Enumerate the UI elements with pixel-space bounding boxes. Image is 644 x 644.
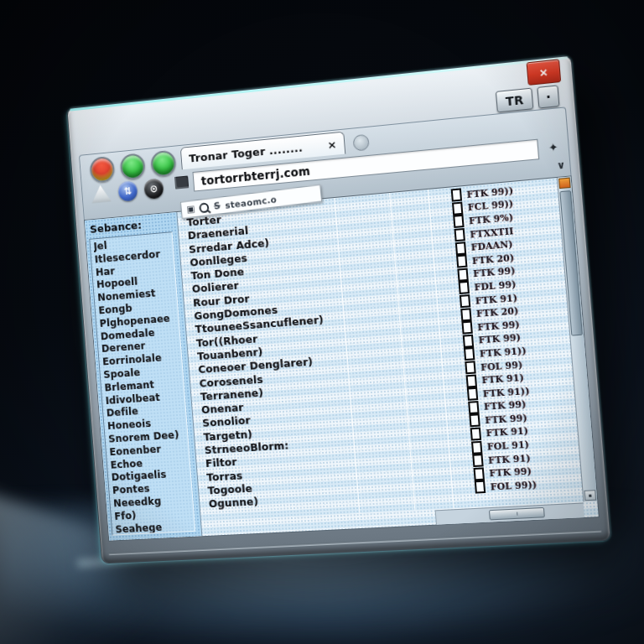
horizontal-scrollbar[interactable] <box>435 502 584 524</box>
flag-label: FTK 91) <box>486 426 528 439</box>
checkbox[interactable] <box>461 321 472 335</box>
findbar-s-glyph: S <box>213 200 221 212</box>
results-list: Torter Draenerial Srredar Adce) Oonllege… <box>178 190 450 521</box>
chevron-down-icon[interactable]: ∨ <box>556 158 565 171</box>
address-url: tortorrbterrj.com <box>200 164 310 187</box>
flag-label: FOL 99)) <box>490 479 537 491</box>
checkbox[interactable] <box>464 347 475 361</box>
flag-label: FTK 99) <box>485 413 527 425</box>
tab-close-icon[interactable]: × <box>327 138 337 151</box>
scroll-up-button[interactable] <box>558 178 571 190</box>
home-triangle-icon[interactable] <box>90 184 112 205</box>
checkbox[interactable] <box>460 308 471 321</box>
new-tab-button[interactable] <box>352 134 369 152</box>
checkbox[interactable] <box>454 228 465 242</box>
traffic-light-green-icon[interactable] <box>120 153 146 180</box>
checkbox[interactable] <box>470 428 481 441</box>
flag-label: FTK 99) <box>477 319 520 332</box>
flag-label: FTK 20) <box>476 305 519 319</box>
checkbox[interactable] <box>457 267 468 281</box>
flag-label: FTK 99) <box>489 466 532 479</box>
flag-label: FTK 91) <box>481 372 524 386</box>
checkbox[interactable] <box>459 281 470 294</box>
checkbox[interactable] <box>451 189 462 202</box>
checkbox[interactable] <box>463 335 474 348</box>
power-sphere-icon[interactable]: ⊙ <box>143 178 164 199</box>
flag-label: FTK 91) <box>488 453 531 465</box>
flag-label: FOL 99) <box>480 359 523 372</box>
traffic-light-red-icon[interactable] <box>89 156 115 184</box>
checkbox[interactable] <box>452 201 463 215</box>
tr-button[interactable]: TR <box>496 88 533 113</box>
checkbox[interactable] <box>460 294 470 308</box>
checkbox[interactable] <box>466 374 477 387</box>
flag-label: FTK 91)) <box>482 385 530 398</box>
menu-dot-button[interactable]: · <box>537 85 559 108</box>
scene: × TR · ⇅ ⊙ Tronar Toger ........ <box>0 0 644 644</box>
download-sphere-icon[interactable]: ⇅ <box>117 180 138 201</box>
horizontal-scrollbar-thumb[interactable] <box>489 507 545 521</box>
site-icon <box>174 175 189 189</box>
flag-label: FOL 91) <box>486 439 529 452</box>
traffic-light-green2-icon[interactable] <box>150 150 177 178</box>
sidebar-list[interactable]: Jel Itlesecerdor Har Hopoell Nonemiest E… <box>89 231 195 535</box>
checkbox[interactable] <box>456 255 467 268</box>
browser-window: × TR · ⇅ ⊙ Tronar Toger ........ <box>66 55 610 564</box>
checkbox[interactable] <box>455 242 466 255</box>
flag-label: FTK 99) <box>484 399 527 412</box>
grid-icon: ▣ <box>186 203 195 215</box>
checkbox[interactable] <box>467 387 478 401</box>
traffic-lights <box>89 150 176 184</box>
window-close-button[interactable]: × <box>527 59 562 86</box>
findbar-text: steaomc.o <box>225 194 278 210</box>
checkbox[interactable] <box>453 215 464 228</box>
sparkle-icon[interactable]: ✦ <box>543 140 564 155</box>
checkbox[interactable] <box>472 454 483 467</box>
checkbox[interactable] <box>471 440 482 454</box>
checkbox[interactable] <box>473 467 484 480</box>
checkbox[interactable] <box>465 361 475 374</box>
flag-label: FTK 99) <box>478 332 521 345</box>
search-icon <box>199 202 210 213</box>
content-area: Sebance: Jel Itlesecerdor Har Hopoell No… <box>84 175 600 541</box>
checkbox[interactable] <box>469 414 480 428</box>
stage: × TR · ⇅ ⊙ Tronar Toger ........ <box>0 0 644 644</box>
checkbox[interactable] <box>475 480 486 494</box>
scroll-down-button[interactable] <box>584 490 596 501</box>
checkbox[interactable] <box>468 401 479 414</box>
